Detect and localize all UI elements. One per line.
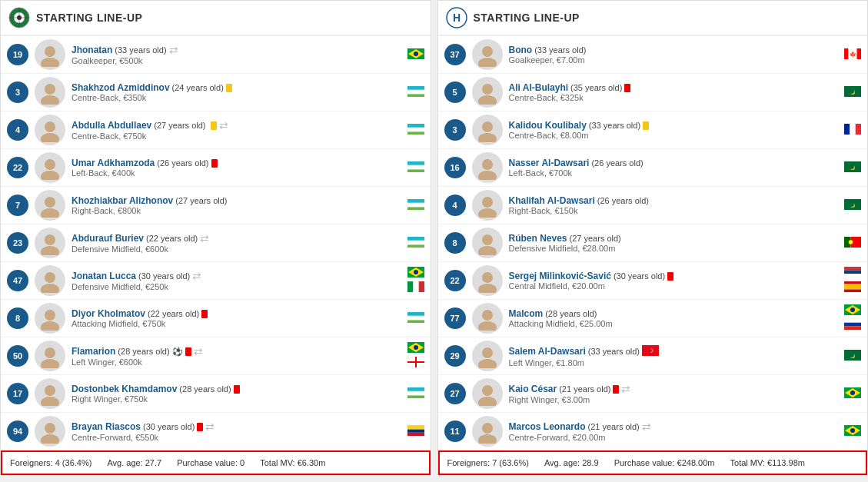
svg-point-29 bbox=[41, 208, 59, 218]
player-flags bbox=[844, 387, 861, 401]
player-photo bbox=[472, 77, 503, 108]
player-flags bbox=[407, 267, 424, 294]
svg-point-115 bbox=[850, 307, 855, 312]
svg-point-119 bbox=[482, 347, 493, 358]
player-photo bbox=[35, 115, 65, 145]
player-row: 3 Shakhzod Azmiddinov (24 years old) Cen… bbox=[1, 74, 431, 111]
player-age: (22 years old) bbox=[146, 234, 198, 243]
team2-footer: Foreigners: 7 (63.6%) Avg. age: 28.9 Pur… bbox=[438, 450, 868, 475]
player-name: Dostonbek Khamdamov bbox=[72, 384, 177, 394]
player-pos-mv: Centre-Back, €350k bbox=[72, 93, 403, 102]
svg-point-69 bbox=[41, 434, 59, 444]
flag-es bbox=[844, 281, 861, 294]
player-info: Malcom (28 years old) Attacking Midfield… bbox=[509, 308, 840, 328]
player-icon-red bbox=[185, 346, 191, 357]
svg-rect-37 bbox=[407, 237, 424, 241]
flag-uz bbox=[407, 199, 424, 212]
player-row: 22 Sergej Milinković-Savić (30 years old… bbox=[438, 262, 868, 300]
flag-uz bbox=[407, 387, 424, 401]
player-number: 8 bbox=[444, 232, 466, 254]
player-flags: 🌙 bbox=[844, 199, 861, 212]
player-pos-mv: Centre-Forward, €550k bbox=[72, 433, 403, 442]
player-flags bbox=[407, 237, 424, 250]
player-photo bbox=[472, 265, 503, 296]
player-flags bbox=[407, 342, 424, 370]
player-number: 8 bbox=[7, 307, 28, 329]
team1-totalmv: Total MV: €6.30m bbox=[260, 458, 325, 467]
player-row: 4 Abdulla Abdullaev (27 years old) ⇄ Cen… bbox=[1, 111, 431, 149]
player-photo bbox=[472, 341, 503, 371]
team1-purchase: Purchase value: 0 bbox=[177, 458, 244, 467]
svg-point-28 bbox=[45, 197, 55, 208]
player-icon-shirt: ⇄ bbox=[621, 383, 630, 395]
player-age: (26 years old) bbox=[591, 158, 643, 168]
player-icon-shirt: ⇄ bbox=[192, 270, 201, 282]
svg-text:☽: ☽ bbox=[648, 347, 653, 354]
player-pos-mv: Attacking Midfield, €25.00m bbox=[509, 319, 840, 328]
svg-rect-19 bbox=[407, 124, 424, 128]
player-info: Marcos Leonardo (21 years old) ⇄ Centre-… bbox=[509, 421, 840, 442]
player-photo bbox=[472, 228, 503, 258]
player-icon-yellow bbox=[643, 120, 649, 131]
flag-br bbox=[844, 387, 861, 401]
player-pos-mv: Centre-Back, €325k bbox=[509, 93, 840, 102]
player-info: Abdulla Abdullaev (27 years old) ⇄ Centr… bbox=[72, 119, 403, 141]
player-pos-mv: Left-Back, €700k bbox=[509, 168, 840, 178]
player-name: Shakhzod Azmiddinov bbox=[72, 82, 170, 93]
player-photo bbox=[472, 378, 503, 409]
svg-point-68 bbox=[45, 423, 55, 434]
svg-point-23 bbox=[41, 171, 59, 180]
player-info: Brayan Riascos (30 years old) ⇄ Centre-F… bbox=[72, 421, 403, 442]
player-photo bbox=[35, 39, 65, 70]
player-name: Salem Al-Dawsari bbox=[509, 346, 586, 357]
svg-text:🌙: 🌙 bbox=[850, 203, 856, 208]
team2-foreigners: Foreigners: 7 (63.6%) bbox=[447, 458, 529, 467]
player-flags bbox=[407, 387, 424, 401]
flag-uz bbox=[407, 86, 424, 99]
player-pos-mv: Right-Back, €800k bbox=[72, 206, 403, 215]
player-photo bbox=[35, 228, 65, 258]
flag-pt bbox=[844, 237, 861, 250]
player-flags: 🌙 bbox=[844, 161, 861, 175]
svg-rect-15 bbox=[407, 90, 424, 94]
player-age: (33 years old) bbox=[588, 347, 640, 356]
player-info: Abdurauf Buriev (22 years old) ⇄ Defensi… bbox=[72, 232, 403, 254]
team1-avgage: Avg. age: 27.7 bbox=[107, 458, 161, 467]
svg-rect-26 bbox=[407, 165, 424, 165]
player-info: Dostonbek Khamdamov (28 years old) Right… bbox=[72, 384, 403, 404]
player-icon-shirt: ⇄ bbox=[205, 421, 215, 433]
player-number: 77 bbox=[444, 307, 466, 329]
flag-ca: 🍁 bbox=[844, 48, 861, 61]
player-flags bbox=[844, 237, 861, 250]
player-age: (30 years old) bbox=[138, 271, 190, 281]
svg-rect-88 bbox=[850, 124, 855, 135]
team1-logo bbox=[8, 7, 30, 28]
player-name: Flamarion bbox=[72, 346, 115, 357]
player-row: 8 Rúben Neves (27 years old) Defensive M… bbox=[438, 224, 868, 262]
svg-rect-67 bbox=[407, 391, 424, 395]
player-row: 94 Brayan Riascos (30 years old) ⇄ Centr… bbox=[1, 413, 431, 450]
flag-br bbox=[844, 304, 861, 317]
player-flags bbox=[844, 267, 861, 294]
player-row: 17 Dostonbek Khamdamov (28 years old) Ri… bbox=[1, 375, 431, 413]
flag-br bbox=[407, 48, 424, 61]
svg-rect-52 bbox=[407, 315, 424, 316]
svg-point-76 bbox=[478, 58, 497, 67]
flag-sa: 🌙 bbox=[844, 199, 861, 212]
svg-rect-70 bbox=[407, 425, 424, 430]
svg-point-40 bbox=[45, 272, 55, 283]
player-age: (27 years old) bbox=[154, 121, 205, 130]
player-age: (30 years old) bbox=[143, 422, 195, 431]
player-age: (28 years old) bbox=[545, 309, 597, 318]
svg-rect-106 bbox=[844, 271, 861, 274]
svg-point-104 bbox=[478, 284, 497, 293]
player-number: 29 bbox=[444, 345, 466, 367]
svg-point-54 bbox=[45, 347, 55, 358]
svg-rect-65 bbox=[407, 387, 424, 391]
team2-title: STARTING LINE-UP bbox=[474, 12, 580, 24]
player-row: 8 Diyor Kholmatov (22 years old) Attacki… bbox=[1, 300, 431, 337]
player-icon-red bbox=[624, 82, 630, 93]
player-icon-yellow bbox=[211, 120, 217, 131]
player-number: 23 bbox=[7, 232, 28, 254]
svg-rect-13 bbox=[407, 86, 424, 90]
